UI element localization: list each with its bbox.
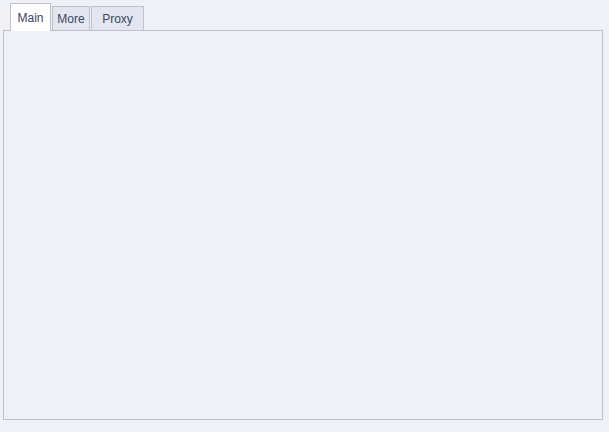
tab-main-label: Main <box>17 11 43 25</box>
tab-proxy[interactable]: Proxy <box>91 6 144 31</box>
tab-proxy-label: Proxy <box>102 12 133 26</box>
http-request-settings-window: { "tabs": [ {"label": "Main", "active": … <box>0 0 609 432</box>
tab-more-label: More <box>57 12 84 26</box>
tab-main[interactable]: Main <box>10 3 51 31</box>
tab-more[interactable]: More <box>52 6 90 31</box>
main-tab-panel <box>3 30 603 420</box>
